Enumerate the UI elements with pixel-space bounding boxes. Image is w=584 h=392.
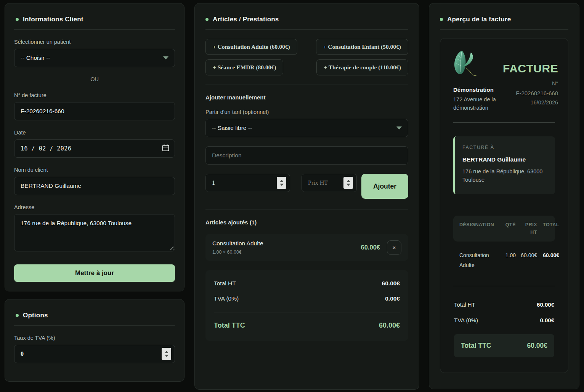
invoice-tva-label: TVA (0%)	[454, 317, 478, 323]
divider	[214, 312, 400, 312]
company-name: Démonstration	[453, 86, 503, 93]
bullet-dot-icon	[16, 18, 19, 21]
patient-select[interactable]: -- Choisir --	[14, 49, 175, 67]
resize-handle-icon[interactable]	[168, 245, 173, 250]
middle-column: Articles / Prestations + Consultation Ad…	[194, 3, 419, 390]
invoice-total-ttc-label: Total TTC	[461, 342, 491, 350]
added-article-detail: 1.00 × 60.00€	[212, 250, 361, 255]
chevron-down-icon	[163, 56, 168, 59]
invoice-table-header: DÉSIGNATION QTÉ PRIX HT TOTAL	[453, 216, 555, 242]
quick-add-consultation-adulte-button[interactable]: + Consultation Adulte (60.00€)	[205, 39, 297, 55]
address-label: Adresse	[14, 204, 175, 210]
bullet-dot-icon	[205, 18, 209, 21]
divider	[14, 325, 175, 326]
client-info-panel: Informations Client Sélectionner un pati…	[5, 3, 185, 291]
stepper-up-icon	[347, 180, 350, 182]
manual-add-row: 1 Prix HT Ajouter	[205, 174, 408, 199]
patient-select-label: Sélectionner un patient	[14, 39, 175, 45]
added-article-info: Consultation Adulte 1.00 × 60.00€	[212, 240, 361, 255]
number-stepper-icon[interactable]	[277, 177, 286, 189]
divider	[440, 29, 568, 30]
col-qty: QTÉ	[503, 221, 516, 236]
divider	[453, 286, 555, 286]
number-stepper-icon[interactable]	[343, 177, 353, 189]
invoice-total-ht-label: Total HT	[454, 301, 475, 308]
invoice-app-page: Informations Client Sélectionner un pati…	[0, 0, 584, 392]
tva-row: TVA (0%) 0.00€	[214, 295, 400, 302]
price-input[interactable]: Prix HT	[302, 174, 357, 192]
address-value: 176 rue de la République, 63000 Toulouse	[21, 220, 132, 226]
divider	[453, 122, 555, 123]
tarif-select[interactable]: -- Saisie libre --	[205, 119, 408, 137]
quick-add-therapie-couple-button[interactable]: + Thérapie de couple (110.00€)	[316, 59, 408, 75]
calendar-icon[interactable]	[162, 144, 169, 153]
number-stepper-icon[interactable]	[162, 348, 171, 360]
divider	[205, 29, 408, 30]
invoice-date: 16/02/2026	[503, 98, 558, 107]
stepper-up-icon	[165, 351, 168, 353]
stepper-down-icon	[280, 184, 284, 186]
invoice-tva-row: TVA (0%) 0.00€	[454, 317, 554, 323]
total-ttc-label: Total TTC	[214, 322, 245, 330]
row-total: 60.00€	[540, 251, 559, 270]
total-ht-value: 60.00€	[382, 280, 400, 287]
company-address: 172 Avenue de la démonstration	[453, 95, 503, 112]
tarif-select-label: Partir d'un tarif (optionnel)	[205, 109, 408, 115]
invoice-totals: Total HT 60.00€ TVA (0%) 0.00€ Total TTC…	[453, 301, 555, 357]
invoice-meta: N° F-20260216-660 16/02/2026	[503, 79, 558, 107]
added-article-name: Consultation Adulte	[212, 240, 361, 247]
date-input[interactable]: 16 / 02 / 2026	[14, 139, 175, 158]
description-input[interactable]	[205, 146, 408, 165]
total-ttc-row: Total TTC 60.00€	[214, 322, 400, 330]
divider	[205, 210, 408, 210]
stepper-up-icon	[280, 180, 284, 182]
preview-header: Aperçu de la facture	[440, 16, 568, 23]
right-column: Aperçu de la facture	[429, 3, 579, 389]
articles-title: Articles / Prestations	[213, 16, 279, 23]
tva-value: 0.00€	[385, 295, 400, 302]
company-block: Démonstration 172 Avenue de la démonstra…	[453, 50, 503, 112]
added-article-price: 60.00€	[361, 244, 380, 251]
invoice-number-symbol: N°	[503, 79, 558, 88]
left-column: Informations Client Sélectionner un pati…	[5, 3, 185, 382]
stepper-down-icon	[165, 355, 168, 357]
invoice-total-ttc-value: 60.00€	[527, 342, 547, 350]
invoice-doc-title: FACTURE	[503, 62, 558, 75]
client-name-input[interactable]	[14, 177, 175, 195]
invoice-preview-panel: Aperçu de la facture	[429, 3, 579, 389]
update-button[interactable]: Mettre à jour	[14, 264, 175, 282]
invoice-total-ttc-box: Total TTC 60.00€	[454, 334, 554, 357]
quantity-input[interactable]: 1	[205, 174, 290, 192]
articles-totals-card: Total HT 60.00€ TVA (0%) 0.00€ Total TTC…	[205, 270, 408, 341]
address-textarea[interactable]: 176 rue de la République, 63000 Toulouse	[14, 214, 175, 251]
company-logo	[453, 74, 478, 81]
col-price-ht: PRIX HT	[519, 221, 537, 236]
or-separator: OU	[14, 76, 175, 82]
price-placeholder: Prix HT	[308, 179, 328, 186]
quick-add-buttons: + Consultation Adulte (60.00€) + Consult…	[205, 39, 408, 75]
col-total: TOTAL	[540, 221, 559, 236]
billed-to-box: FACTURÉ À BERTRAND Guillaume 176 rue de …	[453, 136, 555, 194]
tva-label: TVA (0%)	[214, 295, 239, 302]
remove-article-button[interactable]: ×	[387, 240, 401, 255]
tva-rate-input[interactable]: 0	[14, 345, 175, 363]
invoice-top: Démonstration 172 Avenue de la démonstra…	[453, 50, 555, 112]
quick-add-seance-emdr-button[interactable]: + Séance EMDR (80.00€)	[205, 59, 283, 75]
tva-rate-value: 0	[21, 350, 24, 357]
invoice-number-input[interactable]	[14, 102, 175, 120]
stepper-down-icon	[347, 184, 350, 186]
row-qty: 1.00	[503, 251, 516, 270]
added-articles-title: Articles ajoutés (1)	[205, 219, 408, 226]
billed-to-label: FACTURÉ À	[462, 145, 547, 150]
total-ht-label: Total HT	[214, 280, 236, 287]
invoice-meta-block: FACTURE N° F-20260216-660 16/02/2026	[503, 50, 558, 112]
invoice-total-ht-row: Total HT 60.00€	[454, 301, 554, 308]
date-value: 16 / 02 / 2026	[21, 145, 71, 152]
chevron-down-icon	[396, 126, 402, 130]
close-icon: ×	[393, 244, 396, 251]
date-label: Date	[14, 130, 175, 136]
add-article-button[interactable]: Ajouter	[361, 174, 408, 199]
quick-add-consultation-enfant-button[interactable]: + Consultation Enfant (50.00€)	[316, 39, 408, 55]
invoice-tva-value: 0.00€	[540, 317, 554, 323]
total-ht-row: Total HT 60.00€	[214, 280, 400, 287]
